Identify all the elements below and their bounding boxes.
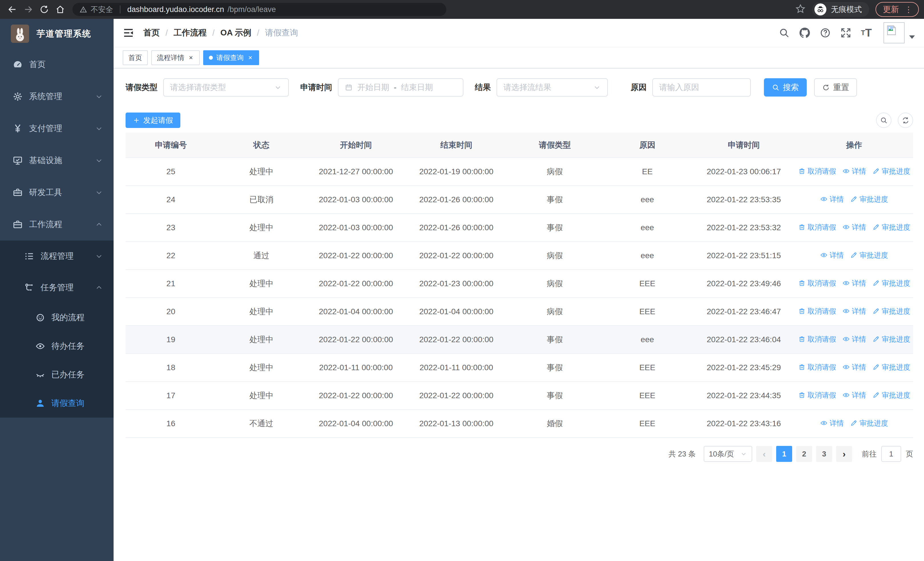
bookmark-star-button[interactable] bbox=[790, 3, 810, 15]
action-cancel-link[interactable]: 取消请假 bbox=[798, 334, 836, 344]
tag-首页[interactable]: 首页 bbox=[123, 50, 148, 65]
breadcrumb-item[interactable]: 工作流程 bbox=[174, 27, 207, 39]
browser-back-button[interactable] bbox=[5, 2, 20, 17]
column-header: 操作 bbox=[795, 132, 913, 158]
browser-menu-dots-icon[interactable]: ⋮ bbox=[904, 5, 913, 14]
date-end-placeholder: 结束日期 bbox=[401, 82, 433, 93]
breadcrumb-separator: / bbox=[257, 28, 260, 38]
sidebar-collapse-button[interactable] bbox=[123, 27, 134, 39]
action-detail-link[interactable]: 详情 bbox=[842, 334, 866, 344]
cell-start: 2021-12-27 00:00:00 bbox=[307, 158, 405, 186]
date-start-placeholder: 开始日期 bbox=[357, 82, 389, 93]
action-cancel-link[interactable]: 取消请假 bbox=[798, 278, 836, 288]
cell-type: 病假 bbox=[508, 242, 602, 270]
action-progress-link[interactable]: 审批进度 bbox=[872, 334, 910, 344]
action-detail-link[interactable]: 详情 bbox=[820, 418, 844, 428]
action-cancel-link[interactable]: 取消请假 bbox=[798, 307, 836, 316]
apply-time-range-picker[interactable]: 开始日期 - 结束日期 bbox=[338, 78, 464, 96]
chevron-down-icon bbox=[95, 93, 103, 100]
action-progress-link[interactable]: 审批进度 bbox=[872, 362, 910, 372]
tag-请假查询[interactable]: 请假查询× bbox=[203, 50, 259, 65]
help-button[interactable] bbox=[815, 27, 836, 38]
toggle-search-button[interactable] bbox=[876, 113, 891, 128]
sidebar-item-workflow[interactable]: 工作流程 bbox=[0, 209, 114, 241]
action-cancel-link[interactable]: 取消请假 bbox=[798, 223, 836, 232]
cell-start: 2022-01-22 00:00:00 bbox=[307, 242, 405, 270]
action-progress-link[interactable]: 审批进度 bbox=[850, 194, 888, 204]
github-link[interactable] bbox=[795, 27, 815, 38]
action-detail-link[interactable]: 详情 bbox=[842, 223, 866, 232]
sidebar-item-dev-tools[interactable]: 研发工具 bbox=[0, 176, 114, 209]
page-size-select[interactable]: 10条/页 bbox=[704, 446, 752, 462]
font-size-button[interactable]: TT bbox=[856, 27, 877, 38]
sidebar-logo[interactable]: 芋道管理系统 bbox=[0, 19, 114, 48]
action-progress-link[interactable]: 审批进度 bbox=[850, 418, 888, 428]
tag-close-icon[interactable]: × bbox=[247, 54, 254, 62]
tag-close-icon[interactable]: × bbox=[188, 54, 194, 62]
tag-label: 请假查询 bbox=[216, 53, 244, 62]
goto-page-input[interactable] bbox=[881, 446, 901, 462]
action-cancel-link[interactable]: 取消请假 bbox=[798, 167, 836, 176]
table-row: 16不通过2022-01-04 00:00:002022-01-13 00:00… bbox=[126, 410, 913, 438]
create-leave-label: 发起请假 bbox=[143, 116, 173, 125]
sidebar-item-my-process[interactable]: 我的流程 bbox=[0, 303, 114, 332]
action-progress-link[interactable]: 审批进度 bbox=[872, 223, 910, 232]
sidebar-item-process-mgmt[interactable]: 流程管理 bbox=[0, 241, 114, 272]
action-detail-link[interactable]: 详情 bbox=[842, 167, 866, 176]
fullscreen-button[interactable] bbox=[836, 27, 856, 38]
user-avatar[interactable] bbox=[884, 22, 904, 44]
tag-流程详情[interactable]: 流程详情× bbox=[151, 50, 200, 65]
page-button-3[interactable]: 3 bbox=[816, 446, 832, 462]
sidebar-item-done-tasks[interactable]: 已办任务 bbox=[0, 361, 114, 389]
action-progress-link[interactable]: 审批进度 bbox=[872, 167, 910, 176]
cell-status: 处理中 bbox=[216, 214, 306, 242]
sidebar-item-todo-tasks[interactable]: 待办任务 bbox=[0, 332, 114, 361]
refresh-table-button[interactable] bbox=[898, 113, 913, 128]
breadcrumb-item[interactable]: 首页 bbox=[143, 27, 160, 39]
action-progress-link[interactable]: 审批进度 bbox=[872, 307, 910, 316]
action-progress-link[interactable]: 审批进度 bbox=[850, 251, 888, 260]
page-button-1[interactable]: 1 bbox=[776, 446, 792, 462]
action-progress-link[interactable]: 审批进度 bbox=[872, 391, 910, 400]
sidebar-item-system[interactable]: 系统管理 bbox=[0, 81, 114, 113]
page-button-2[interactable]: 2 bbox=[796, 446, 812, 462]
action-label: 详情 bbox=[852, 307, 866, 316]
leave-type-select[interactable]: 请选择请假类型 bbox=[163, 78, 289, 96]
cell-id: 24 bbox=[126, 186, 216, 214]
sidebar-item-label: 待办任务 bbox=[51, 340, 84, 352]
sidebar-item-infra[interactable]: 基础设施 bbox=[0, 144, 114, 176]
sidebar-item-payment[interactable]: 支付管理 bbox=[0, 113, 114, 144]
browser-forward-button[interactable] bbox=[21, 2, 35, 17]
breadcrumb-item[interactable]: OA 示例 bbox=[220, 27, 251, 39]
reason-input[interactable] bbox=[659, 83, 744, 92]
prev-page-button[interactable]: ‹ bbox=[756, 446, 772, 462]
action-detail-link[interactable]: 详情 bbox=[820, 194, 844, 204]
create-leave-button[interactable]: 发起请假 bbox=[126, 113, 180, 128]
browser-update-button[interactable]: 更新 ⋮ bbox=[876, 2, 919, 17]
action-detail-link[interactable]: 详情 bbox=[842, 362, 866, 372]
next-page-button[interactable]: › bbox=[836, 446, 852, 462]
search-button[interactable]: 搜索 bbox=[764, 78, 807, 96]
chevron-down-icon bbox=[95, 157, 103, 164]
avatar-caret-down-icon[interactable] bbox=[909, 35, 915, 39]
sidebar-item-leave-query[interactable]: 请假查询 bbox=[0, 389, 114, 418]
action-detail-link[interactable]: 详情 bbox=[842, 278, 866, 288]
browser-reload-button[interactable] bbox=[37, 2, 51, 17]
address-bar[interactable]: 不安全 dashboard.yudao.iocoder.cn/bpm/oa/le… bbox=[72, 3, 446, 16]
result-label: 结果 bbox=[475, 82, 491, 93]
browser-home-button[interactable] bbox=[53, 2, 68, 17]
action-detail-link[interactable]: 详情 bbox=[842, 391, 866, 400]
sidebar-item-home[interactable]: 首页 bbox=[0, 48, 114, 81]
url-host: dashboard.yudao.iocoder.cn bbox=[127, 5, 224, 14]
action-detail-link[interactable]: 详情 bbox=[842, 307, 866, 316]
action-cancel-link[interactable]: 取消请假 bbox=[798, 391, 836, 400]
sidebar-item-task-mgmt[interactable]: 任务管理 bbox=[0, 272, 114, 303]
cell-type: 事假 bbox=[508, 186, 602, 214]
action-progress-link[interactable]: 审批进度 bbox=[872, 278, 910, 288]
github-icon bbox=[799, 27, 810, 38]
header-search-button[interactable] bbox=[774, 27, 795, 38]
reset-button[interactable]: 重置 bbox=[814, 78, 857, 96]
result-select[interactable]: 请选择流结果 bbox=[496, 78, 608, 96]
action-cancel-link[interactable]: 取消请假 bbox=[798, 362, 836, 372]
action-detail-link[interactable]: 详情 bbox=[820, 251, 844, 260]
